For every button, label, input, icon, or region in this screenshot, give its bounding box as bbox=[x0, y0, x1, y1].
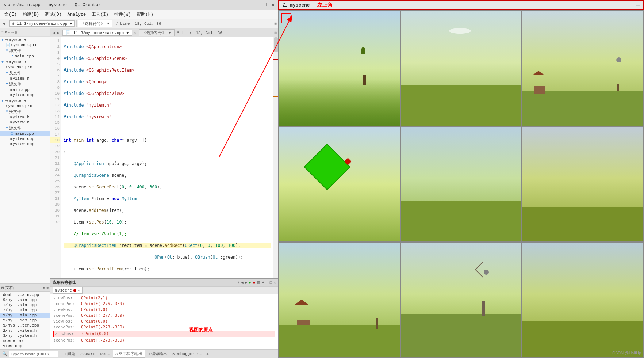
tree-item-myscene3[interactable]: ▼ 🗁 myscene bbox=[0, 98, 50, 103]
tree-item-srcfolder2[interactable]: ▼ 源文件 bbox=[0, 81, 50, 87]
editor-nav-back[interactable]: ◀ bbox=[52, 30, 56, 35]
menu-analyze[interactable]: Analyze bbox=[65, 11, 89, 18]
file-tree-toggle[interactable]: ≡ bbox=[1, 30, 4, 34]
bottom-tab-1[interactable]: 1 问题 bbox=[62, 350, 77, 357]
doc-item-7[interactable]: 3/mys...tem.cpp bbox=[0, 323, 50, 328]
doc-item-6[interactable]: 2/my...iem.cpp bbox=[0, 318, 50, 323]
bottom-chevron[interactable]: ▲ bbox=[206, 352, 209, 356]
toolbar-separator bbox=[8, 20, 8, 27]
menu-file[interactable]: 文(E) bbox=[1, 11, 20, 18]
tree-item-myviewh[interactable]: myview.h bbox=[0, 120, 50, 125]
output-btn-prev[interactable]: ◀ bbox=[241, 280, 244, 285]
output-btn-close[interactable]: — bbox=[266, 281, 268, 285]
bottom-tab-4[interactable]: 4 编译输出 bbox=[146, 350, 169, 357]
search-icon: 🔍 bbox=[2, 351, 7, 356]
tree-item-myitemcpp2[interactable]: myitem.cpp bbox=[0, 136, 50, 141]
output-toolbar: 应用程序输出 ⬆ ◀ ▶ ▶ ■ 🗑 + — □ ✕ bbox=[50, 279, 278, 287]
bottom-tab-2[interactable]: 2 Search Res… bbox=[78, 351, 112, 357]
menu-controls[interactable]: 控件(W) bbox=[111, 11, 134, 18]
tree-item-myscene3-pro[interactable]: myscene.pro bbox=[0, 103, 50, 108]
editor-expand-btn[interactable]: ⊞ bbox=[274, 30, 277, 35]
output-app-tab[interactable]: myscene ✕ bbox=[53, 287, 83, 294]
output-btn-close2[interactable]: ✕ bbox=[273, 280, 276, 285]
output-tab-close[interactable]: ✕ bbox=[78, 288, 80, 293]
close-button[interactable]: ✕ bbox=[272, 2, 275, 8]
output-line-1: viewPos: QPoint(2,1) bbox=[53, 295, 275, 301]
menubar: 文(E) 构建(B) 调试(D) Analyze 工具(I) 控件(W) 帮助(… bbox=[0, 10, 278, 19]
tree-item-headerfolder1[interactable]: ▼ 头文件 bbox=[0, 70, 50, 76]
search-input[interactable] bbox=[9, 351, 58, 357]
minimize-button[interactable]: — bbox=[261, 2, 264, 8]
preview-cell-2-3 bbox=[522, 127, 643, 241]
code-area[interactable]: 1234567 891011121314 1516171819 20212223… bbox=[50, 37, 278, 278]
tree-item-main2[interactable]: main.cpp bbox=[0, 87, 50, 92]
tree-item-headerfolder2[interactable]: ▼ 头文件 bbox=[0, 108, 50, 115]
doc-item-5[interactable]: 3/my...ain.cpp bbox=[0, 313, 50, 318]
doc-item-4[interactable]: 2/my...ain.cpp bbox=[0, 308, 50, 313]
editor-tab-active[interactable]: 📄 11-3/myscene/main.cpp ▼ bbox=[62, 30, 132, 36]
doc-item-9[interactable]: 3/my...yitem.h bbox=[0, 333, 50, 338]
output-btn-clear[interactable]: 🗑 bbox=[257, 280, 261, 285]
tree-item-main1[interactable]: 🗋 main.cpp bbox=[0, 54, 50, 59]
doc-item-10[interactable]: scene.pro bbox=[0, 338, 50, 343]
menu-help[interactable]: 帮助(H) bbox=[134, 11, 156, 18]
doc-item-2[interactable]: 9/my...ain.cpp bbox=[0, 297, 50, 302]
red-annotation-box-1 bbox=[281, 13, 291, 23]
tree-item-myitemh1[interactable]: myitem.h bbox=[0, 76, 50, 81]
bottom-tab-3[interactable]: 3 应用程序输出 bbox=[113, 350, 145, 358]
output-btn-next[interactable]: ▶ bbox=[245, 280, 248, 285]
qt-title: scene/main.cpp - myscene - Qt Creator bbox=[4, 3, 261, 8]
output-btn-run[interactable]: ▶ bbox=[249, 280, 251, 285]
tree-item-myviewcpp[interactable]: myview.cpp bbox=[0, 141, 50, 146]
tree-item-myitemcpp1[interactable]: myitem.cpp bbox=[0, 92, 50, 98]
preview-cell-1-3 bbox=[522, 11, 643, 126]
output-line-2: scenePos: QPointF(-276,-339) bbox=[53, 301, 275, 307]
tree-item-myitemh2[interactable]: myitem.h bbox=[0, 115, 50, 120]
editor-tab-close[interactable]: ✕ bbox=[133, 30, 137, 35]
tree-item-myscene1-pro[interactable]: 📄 myscene.pro bbox=[0, 42, 50, 47]
tree-item-main3[interactable]: 🗋 main.cpp bbox=[0, 131, 50, 136]
editor-scrollbar[interactable] bbox=[273, 37, 278, 278]
bottom-tab-5[interactable]: 5 Debugger C… bbox=[170, 351, 204, 357]
tree-item-myscene1[interactable]: ▼ 🗁 myscene bbox=[0, 37, 50, 42]
output-btn-add[interactable]: + bbox=[262, 281, 265, 285]
editor-nav-fwd[interactable]: ▶ bbox=[57, 30, 61, 35]
preview-cell-3-3 bbox=[522, 243, 643, 357]
toolbar-expand[interactable]: ⊞ bbox=[274, 21, 277, 26]
output-btn-float[interactable]: □ bbox=[270, 281, 272, 285]
file-tree-nav-back[interactable]: ← bbox=[8, 30, 10, 34]
file-tree-collapse[interactable]: ⊟ bbox=[15, 30, 17, 35]
preview-window-icon: 🗁 bbox=[283, 2, 288, 8]
toolbar-file-tab[interactable]: ⚙ 11-3/myscene/main.cpp ▼ bbox=[9, 20, 75, 27]
tree-item-myscene2-pro[interactable]: myscene.pro bbox=[0, 65, 50, 70]
menu-debug[interactable]: 调试(D) bbox=[42, 11, 65, 18]
doc-item-8[interactable]: 2/my...yitem.h bbox=[0, 328, 50, 333]
output-btn-stop[interactable]: ■ bbox=[253, 281, 255, 285]
doc-item-11[interactable]: view.cpp bbox=[0, 343, 50, 349]
preview-min-btn[interactable]: — bbox=[636, 1, 640, 9]
preview-corner-label: 左上角 bbox=[317, 2, 333, 8]
editor-symbol-nav[interactable]: 《选择符号》 ▼ bbox=[139, 29, 174, 36]
toolbar-symbol-select[interactable]: 《选择符号》 ▼ bbox=[78, 20, 112, 27]
doc-item-1[interactable]: doubl...ain.cpp bbox=[0, 292, 50, 297]
file-tree-nav-fwd[interactable]: → bbox=[11, 30, 14, 34]
editor-line-info: # Line: 18, Col: 36 bbox=[177, 31, 222, 35]
output-btn-upload[interactable]: ⬆ bbox=[237, 280, 239, 285]
docs-section-header[interactable]: ⊟ 文档 ⊞ ⊡ bbox=[0, 283, 50, 292]
menu-tools[interactable]: 工具(I) bbox=[89, 11, 111, 18]
toolbar-nav-back[interactable]: ◀ bbox=[1, 21, 6, 26]
code-content[interactable]: #include <QApplication> #include <QGraph… bbox=[61, 37, 273, 278]
menu-build[interactable]: 构建(B) bbox=[20, 11, 42, 18]
editor-right: ◀ ▶ 📄 11-3/myscene/main.cpp ▼ ✕ 《选择符号》 ▼… bbox=[50, 28, 278, 349]
maximize-button[interactable]: □ bbox=[266, 2, 269, 8]
tree-item-srcfolder3[interactable]: ▼ 源文件 bbox=[0, 125, 50, 131]
output-content: viewPos: QPoint(2,1) scenePos: QPointF(-… bbox=[50, 294, 278, 349]
doc-item-3[interactable]: 1/my...ain.cpp bbox=[0, 302, 50, 308]
tree-item-srcfolder1[interactable]: ▼ 源文件 bbox=[0, 47, 50, 54]
bottom-bar: 🔍 1 问题 2 Search Res… 3 应用程序输出 4 编译输出 5 D… bbox=[0, 349, 278, 358]
preview-title: myscene bbox=[290, 3, 310, 8]
search-locate[interactable]: 🔍 bbox=[2, 351, 58, 357]
tree-item-myscene2[interactable]: ▼ 🗁 myscene bbox=[0, 60, 50, 65]
output-line-5: viewPos: QPoint(0,0) bbox=[53, 319, 275, 324]
file-tree-filter[interactable]: ▼ bbox=[5, 30, 7, 34]
